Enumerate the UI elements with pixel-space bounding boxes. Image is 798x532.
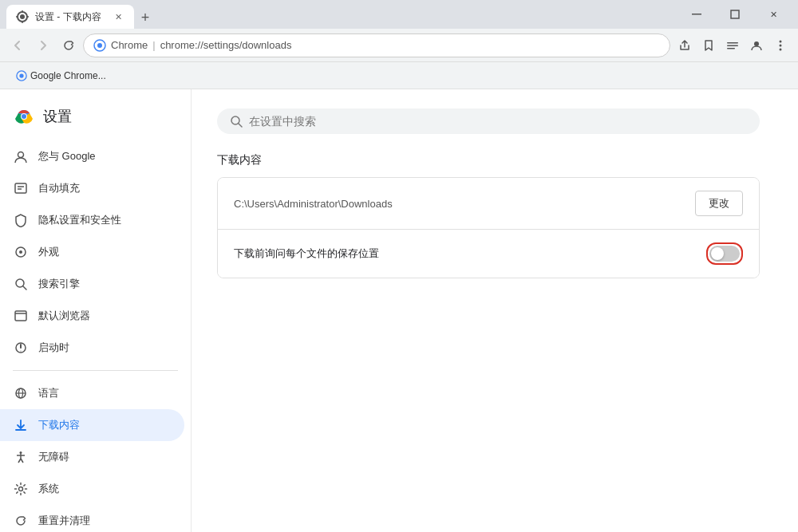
sidebar-label-downloads: 下载内容 — [38, 418, 80, 432]
profile-button[interactable] — [745, 34, 768, 57]
svg-line-42 — [18, 459, 21, 463]
nav-right-buttons — [674, 34, 792, 57]
svg-point-0 — [20, 14, 25, 19]
content-area: 下载内容 C:\Users\Administrator\Downloads 更改… — [192, 89, 798, 532]
tab-favicon — [16, 10, 29, 23]
restore-button[interactable] — [717, 2, 753, 27]
tab-title: 设置 - 下载内容 — [35, 10, 101, 24]
startup-icon — [13, 340, 29, 356]
svg-point-27 — [19, 250, 22, 254]
ask-save-label: 下载前询问每个文件的保存位置 — [234, 246, 706, 261]
reset-icon — [13, 513, 29, 529]
toggle-wrapper — [706, 242, 743, 265]
sidebar-item-system[interactable]: 系统 — [0, 473, 184, 505]
sidebar-label-appearance: 外观 — [38, 245, 59, 259]
tab-area: 设置 - 下载内容 ✕ + — [6, 0, 678, 29]
svg-rect-23 — [15, 183, 26, 193]
sidebar-item-search[interactable]: 搜索引擎 — [0, 268, 184, 300]
menu-button[interactable] — [769, 34, 792, 57]
section-title: 下载内容 — [217, 153, 772, 167]
svg-point-13 — [754, 41, 759, 46]
tab-close-button[interactable]: ✕ — [112, 10, 124, 23]
svg-rect-30 — [15, 311, 26, 321]
sidebar-label-language: 语言 — [38, 386, 59, 400]
tab-search-button[interactable] — [721, 34, 744, 57]
sidebar-item-privacy[interactable]: 隐私设置和安全性 — [0, 204, 184, 236]
language-icon — [13, 385, 29, 401]
sidebar-item-reset[interactable]: 重置并清理 — [0, 505, 184, 532]
sidebar-item-language[interactable]: 语言 — [0, 377, 184, 409]
window-controls: ✕ — [678, 2, 792, 27]
browser-icon — [13, 308, 29, 324]
appearance-icon — [13, 244, 29, 260]
accessibility-icon — [13, 449, 29, 465]
address-bar[interactable]: Chrome | chrome://settings/downloads — [83, 33, 670, 57]
svg-point-34 — [21, 351, 22, 352]
svg-rect-6 — [692, 14, 701, 15]
sidebar-item-browser[interactable]: 默认浏览器 — [0, 300, 184, 332]
close-button[interactable]: ✕ — [755, 2, 792, 27]
sidebar: 设置 您与 Google 自动填充 隐私设置和安全性 外观 — [0, 89, 192, 532]
sidebar-label-system: 系统 — [38, 482, 59, 496]
svg-rect-10 — [727, 42, 738, 44]
privacy-icon — [13, 212, 29, 228]
minimize-button[interactable] — [678, 2, 715, 27]
nav-bar: Chrome | chrome://settings/downloads — [0, 29, 798, 62]
sidebar-label-reset: 重置并清理 — [38, 514, 90, 528]
sidebar-item-autofill[interactable]: 自动填充 — [0, 172, 184, 204]
svg-point-44 — [19, 487, 23, 491]
chrome-logo — [13, 105, 35, 128]
bookmarks-bar: Google Chrome... — [0, 62, 798, 89]
you-google-icon — [13, 148, 29, 164]
bookmark-favicon — [16, 70, 27, 81]
svg-point-21 — [22, 114, 26, 119]
svg-line-43 — [21, 459, 23, 463]
svg-line-46 — [239, 124, 242, 127]
back-button[interactable] — [6, 34, 29, 57]
bookmark-chrome[interactable]: Google Chrome... — [10, 67, 113, 85]
sidebar-item-you-google[interactable]: 您与 Google — [0, 140, 184, 172]
svg-point-15 — [780, 44, 782, 46]
sidebar-label-browser: 默认浏览器 — [38, 309, 90, 323]
ask-save-location-row: 下载前询问每个文件的保存位置 — [218, 230, 759, 278]
sidebar-label-you-google: 您与 Google — [38, 149, 96, 164]
search-icon — [230, 115, 243, 128]
svg-point-39 — [20, 451, 22, 454]
settings-title: 设置 — [43, 107, 72, 126]
share-button[interactable] — [674, 34, 696, 57]
sidebar-item-accessibility[interactable]: 无障碍 — [0, 441, 184, 473]
main-layout: 设置 您与 Google 自动填充 隐私设置和安全性 外观 — [0, 89, 798, 532]
svg-line-29 — [23, 286, 26, 290]
site-icon — [93, 39, 106, 52]
address-chrome-label: Chrome — [111, 39, 148, 51]
bookmark-button[interactable] — [697, 34, 720, 57]
reload-button[interactable] — [57, 34, 80, 57]
sidebar-item-startup[interactable]: 启动时 — [0, 332, 184, 364]
search-bar[interactable] — [217, 108, 760, 134]
title-bar: 设置 - 下载内容 ✕ + ✕ — [0, 0, 798, 29]
svg-point-18 — [19, 73, 23, 77]
sidebar-divider — [13, 370, 178, 371]
sidebar-header: 设置 — [0, 99, 191, 140]
download-path-value: C:\Users\Administrator\Downloads — [234, 198, 695, 210]
autofill-icon — [13, 180, 29, 196]
change-path-button[interactable]: 更改 — [695, 191, 743, 216]
svg-point-9 — [97, 43, 102, 48]
svg-rect-7 — [731, 10, 739, 18]
new-tab-button[interactable]: + — [134, 6, 156, 29]
sidebar-item-downloads[interactable]: 下载内容 — [0, 409, 184, 441]
address-separator: | — [152, 39, 155, 51]
svg-rect-12 — [727, 48, 735, 49]
downloads-icon — [13, 417, 29, 433]
search-input[interactable] — [249, 115, 747, 128]
forward-button[interactable] — [32, 34, 54, 57]
search-engine-icon — [13, 276, 29, 292]
svg-point-16 — [780, 48, 782, 50]
active-tab[interactable]: 设置 - 下载内容 ✕ — [6, 5, 134, 29]
ask-save-toggle[interactable] — [709, 246, 740, 262]
sidebar-item-appearance[interactable]: 外观 — [0, 236, 184, 268]
svg-point-22 — [18, 152, 24, 158]
sidebar-label-search: 搜索引擎 — [38, 277, 80, 291]
sidebar-label-accessibility: 无障碍 — [38, 450, 69, 464]
svg-rect-11 — [727, 45, 738, 46]
